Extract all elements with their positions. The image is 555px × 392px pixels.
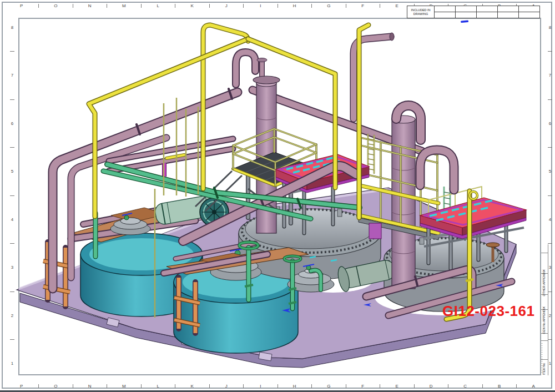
grid-number: 2	[8, 292, 16, 340]
grid-number: 1	[8, 340, 16, 388]
grid-letter: J	[209, 382, 244, 390]
grid-letter: H	[278, 2, 312, 10]
included-label-line1: INCLUDED IN	[411, 8, 430, 12]
grid-letter: I	[244, 382, 278, 390]
grid-letter: O	[39, 382, 73, 390]
grid-letter: F	[346, 2, 380, 10]
grid-letter: C	[448, 382, 483, 390]
grid-letter: O	[39, 2, 73, 10]
grid-number: 6	[546, 99, 554, 148]
grid-number: 3	[8, 244, 16, 292]
included-grid-cell	[497, 12, 518, 18]
included-in-drawing-grid	[434, 6, 539, 18]
grid-letter: F	[346, 382, 380, 390]
included-grid-cell	[476, 6, 497, 12]
grid-letter: L	[141, 382, 175, 390]
included-label-line2: DRAWING	[413, 12, 428, 16]
grid-letter: M	[107, 2, 142, 10]
grid-letter: G	[312, 2, 346, 10]
grid-letter: H	[278, 382, 312, 390]
grid-band-bottom: P O N M L K J I H G F E D C B A	[4, 382, 551, 390]
strip-dotted-line	[542, 343, 542, 374]
grid-letter: J	[209, 2, 244, 10]
strip-outer-line	[548, 244, 548, 375]
strip-divider	[541, 340, 548, 341]
grid-letter: E	[380, 382, 415, 390]
included-in-drawing-table: INCLUDED IN DRAWING	[407, 6, 540, 18]
grid-band-left: 8 7 6 5 4 3 2 1	[8, 3, 16, 388]
drawing-number-stamp: GI12-023-161	[442, 303, 534, 320]
grid-letter: G	[312, 382, 346, 390]
grid-number: 8	[8, 3, 16, 52]
grid-letter: K	[175, 382, 210, 390]
strip-label-item-no: ITEM No	[542, 357, 547, 381]
included-grid-cell	[476, 12, 497, 18]
grid-letter: L	[141, 2, 175, 10]
grid-letter: K	[175, 2, 210, 10]
grid-number: 5	[546, 148, 554, 196]
grid-number: 8	[546, 3, 554, 52]
grid-number: 4	[8, 195, 16, 244]
strip-label-other-appendix: OTHER APPENDIX	[542, 272, 547, 296]
included-grid-cell	[497, 6, 518, 12]
sheet-inner-border	[18, 18, 541, 375]
grid-number: 4	[546, 195, 554, 244]
grid-number: 5	[8, 148, 16, 196]
included-in-drawing-label: INCLUDED IN DRAWING	[407, 6, 434, 18]
included-grid-cell	[434, 12, 455, 18]
included-grid-cell	[518, 12, 539, 18]
grid-letter: I	[244, 2, 278, 10]
strip-divider	[541, 253, 548, 253]
included-grid-cell	[434, 6, 455, 12]
grid-number: 7	[8, 52, 16, 100]
grid-letter: M	[107, 382, 142, 390]
included-grid-cell	[518, 6, 539, 12]
grid-number: 6	[8, 99, 16, 148]
grid-letter: A	[517, 382, 551, 390]
grid-letter: B	[482, 382, 517, 390]
included-grid-cell	[455, 12, 476, 18]
grid-letter: N	[73, 2, 107, 10]
grid-letter: N	[73, 382, 107, 390]
grid-letter: D	[414, 382, 448, 390]
included-grid-cell	[455, 6, 476, 12]
strip-label-gen-appendix: GEN No APPENDIX	[542, 310, 547, 334]
grid-number: 7	[546, 52, 554, 100]
